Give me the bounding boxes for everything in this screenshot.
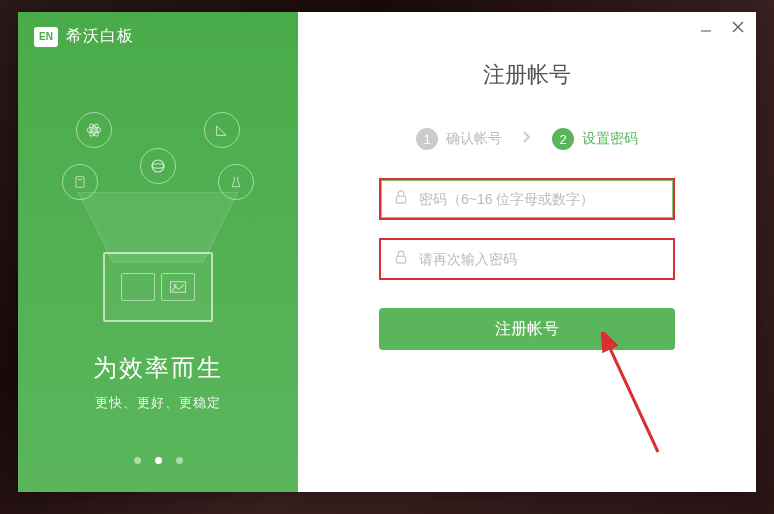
confirm-password-input-wrap[interactable] (379, 238, 675, 280)
dot-2[interactable] (155, 457, 162, 464)
atom-icon (76, 112, 112, 148)
step-indicator: 1 确认帐号 2 设置密码 (416, 128, 638, 150)
tagline: 为效率而生 更快、更好、更稳定 (18, 352, 298, 412)
step-2: 2 设置密码 (552, 128, 638, 150)
password-input[interactable] (419, 191, 661, 207)
triangle-icon (204, 112, 240, 148)
brand: EN 希沃白板 (18, 12, 298, 61)
annotation-arrow-icon (598, 332, 668, 462)
svg-line-15 (608, 344, 658, 452)
svg-point-1 (87, 127, 101, 133)
step-1: 1 确认帐号 (416, 128, 502, 150)
svg-point-9 (174, 284, 176, 286)
right-panel: 注册帐号 1 确认帐号 2 设置密码 (298, 12, 756, 492)
tagline-main: 为效率而生 (18, 352, 298, 384)
left-panel: EN 希沃白板 (18, 12, 298, 492)
step-2-number: 2 (552, 128, 574, 150)
lock-icon (393, 248, 409, 270)
chevron-right-icon (522, 130, 532, 148)
register-form: 注册帐号 1 确认帐号 2 设置密码 (298, 12, 756, 350)
dot-3[interactable] (176, 457, 183, 464)
confirm-password-input[interactable] (419, 251, 661, 267)
carousel-dots[interactable] (18, 457, 298, 464)
form-title: 注册帐号 (483, 60, 571, 90)
register-button[interactable]: 注册帐号 (379, 308, 675, 350)
brand-name: 希沃白板 (66, 26, 134, 47)
step-1-number: 1 (416, 128, 438, 150)
step-1-label: 确认帐号 (446, 130, 502, 148)
lock-icon (393, 188, 409, 210)
password-input-wrap[interactable] (379, 178, 675, 220)
brand-logo-icon: EN (34, 27, 58, 47)
dot-1[interactable] (134, 457, 141, 464)
svg-rect-13 (396, 196, 405, 203)
window-controls (698, 20, 746, 36)
svg-point-0 (93, 129, 96, 132)
login-window: EN 希沃白板 (18, 12, 756, 492)
close-button[interactable] (730, 20, 746, 36)
svg-rect-6 (76, 177, 84, 188)
tagline-sub: 更快、更好、更稳定 (18, 394, 298, 412)
step-2-label: 设置密码 (582, 130, 638, 148)
minimize-button[interactable] (698, 20, 714, 36)
svg-rect-14 (396, 256, 405, 263)
illustration (18, 112, 298, 322)
